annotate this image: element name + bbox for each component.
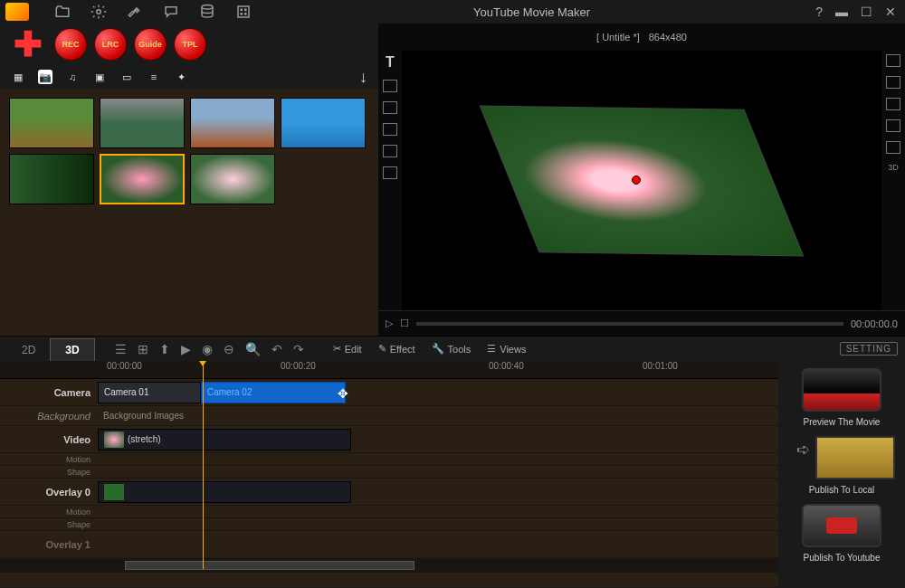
effect-menu[interactable]: ✎ Effect [378, 343, 415, 355]
svg-point-3 [241, 9, 243, 11]
media-thumb[interactable] [9, 98, 94, 148]
preview-movie-button[interactable] [802, 368, 881, 412]
app-icon[interactable] [235, 4, 252, 20]
media-library [0, 89, 378, 336]
folder-icon[interactable] [54, 4, 71, 20]
align-right-icon[interactable] [383, 123, 397, 136]
ruler-tick: 00:00:20 [281, 361, 316, 371]
menu-icon[interactable]: ☰ [115, 342, 127, 356]
arrow-icon: ➪ [796, 440, 810, 460]
timeline[interactable]: 00:00:00 00:00:20 00:00:40 00:01:00 Came… [0, 361, 778, 587]
play-button[interactable]: ▷ [386, 318, 393, 329]
zoom-out-icon[interactable]: ⊖ [224, 342, 234, 356]
video-tab-icon[interactable]: ▦ [11, 70, 25, 84]
edit-menu[interactable]: ✂ Edit [333, 343, 362, 355]
stop-icon[interactable]: ◉ [202, 342, 213, 356]
playback-slider[interactable] [416, 322, 843, 326]
tab-2d[interactable]: 2D [7, 339, 50, 361]
photo-tab-icon[interactable]: 📷 [38, 70, 52, 84]
timeline-scrollbar[interactable] [0, 558, 778, 573]
minimize-button[interactable]: ▬ [832, 5, 852, 19]
effect-tab-icon[interactable]: ▣ [92, 70, 107, 84]
background-clip[interactable]: Background Images [98, 408, 641, 424]
tools-menu[interactable]: 🔧 Tools [432, 343, 472, 355]
align-center-icon[interactable] [383, 101, 397, 114]
app-title: YouTube Movie Maker [252, 5, 812, 19]
align-top-icon[interactable] [383, 145, 397, 157]
ruler-tick: 00:01:00 [643, 361, 678, 371]
svg-point-4 [245, 9, 247, 11]
play-icon[interactable]: ▶ [181, 342, 191, 356]
svg-point-0 [97, 10, 101, 14]
svg-point-5 [241, 14, 243, 15]
motion-track-label: Motion [0, 507, 98, 517]
download-icon[interactable]: ↓ [359, 68, 367, 87]
publish-local-button[interactable] [815, 436, 895, 479]
camera-clip-2[interactable]: Camera 02 ✥ [201, 382, 346, 403]
publish-local-label: Publish To Local [809, 485, 875, 495]
image-tab-icon[interactable]: ▭ [119, 70, 134, 84]
scrollbar-thumb[interactable] [125, 561, 414, 570]
list-tab-icon[interactable]: ≡ [147, 70, 161, 84]
align-bottom-icon[interactable] [383, 166, 397, 179]
playhead[interactable] [203, 361, 204, 569]
database-icon[interactable] [199, 4, 215, 20]
zoom-icon[interactable]: 🔍 [245, 342, 261, 356]
move-cursor-icon: ✥ [338, 386, 348, 401]
camera-track-label: Camera [0, 387, 98, 398]
media-thumb[interactable] [100, 98, 185, 148]
media-thumb[interactable] [190, 154, 275, 204]
preview-canvas[interactable] [402, 51, 881, 310]
lrc-button[interactable]: LRC [94, 28, 127, 61]
motion-track-label: Motion [0, 455, 98, 464]
frame-tool-icon[interactable] [886, 141, 900, 154]
camera-clip-1[interactable]: Camera 01 [98, 382, 201, 403]
svg-point-6 [245, 14, 247, 15]
tpl-button[interactable]: TPL [174, 28, 206, 61]
overlay-clip[interactable] [98, 481, 351, 503]
ruler-tick: 00:00:00 [107, 361, 142, 371]
media-thumb-selected[interactable] [100, 154, 185, 204]
guide-button[interactable]: Guide [134, 28, 167, 61]
publish-youtube-button[interactable] [802, 504, 881, 547]
overlay1-track-label: Overlay 1 [0, 539, 98, 550]
video-track-label: Video [0, 434, 98, 445]
stop-button[interactable]: ☐ [400, 318, 409, 329]
time-ruler[interactable]: 00:00:00 00:00:20 00:00:40 00:01:00 [0, 361, 778, 379]
gear-icon[interactable] [90, 4, 107, 20]
text-tool-icon[interactable]: T [386, 54, 395, 71]
maximize-button[interactable]: ☐ [857, 5, 876, 19]
playback-time: 00:00:00.0 [851, 318, 898, 329]
video-clip[interactable]: (stretch) [98, 429, 351, 450]
redo-icon[interactable]: ↷ [293, 342, 304, 356]
snap-tool-icon[interactable] [886, 76, 900, 89]
svg-point-1 [202, 5, 213, 10]
camera-add-icon[interactable]: ⊞ [138, 342, 148, 356]
3d-tool-icon[interactable]: 3D [888, 163, 899, 172]
wrench-icon[interactable] [127, 4, 143, 20]
shape-track-label: Shape [0, 520, 98, 529]
grid-tool-icon[interactable] [886, 54, 900, 67]
chat-icon[interactable] [163, 4, 179, 20]
align-left-icon[interactable] [383, 80, 397, 92]
media-thumb[interactable] [9, 154, 94, 204]
music-tab-icon[interactable]: ♫ [65, 70, 80, 84]
views-menu[interactable]: ☰ Views [487, 343, 526, 355]
setting-button[interactable]: SETTING [840, 342, 898, 356]
record-button[interactable]: REC [54, 28, 87, 61]
bounds-tool-icon[interactable] [886, 119, 900, 132]
media-thumb[interactable] [190, 98, 275, 148]
layer-tool-icon[interactable] [886, 98, 900, 110]
shape-track-label: Shape [0, 468, 98, 477]
preview-image[interactable] [480, 105, 805, 256]
help-button[interactable]: ? [812, 5, 826, 19]
up-icon[interactable]: ⬆ [159, 342, 170, 356]
document-name: [ Untitle *] [596, 32, 640, 43]
undo-icon[interactable]: ↶ [272, 342, 282, 356]
close-button[interactable]: ✕ [881, 5, 900, 19]
media-thumb[interactable] [281, 98, 366, 148]
add-media-button[interactable]: ✚ [9, 25, 47, 63]
clip-thumb-icon [104, 432, 124, 448]
tab-3d[interactable]: 3D [50, 338, 94, 361]
plugin-tab-icon[interactable]: ✦ [174, 70, 188, 84]
